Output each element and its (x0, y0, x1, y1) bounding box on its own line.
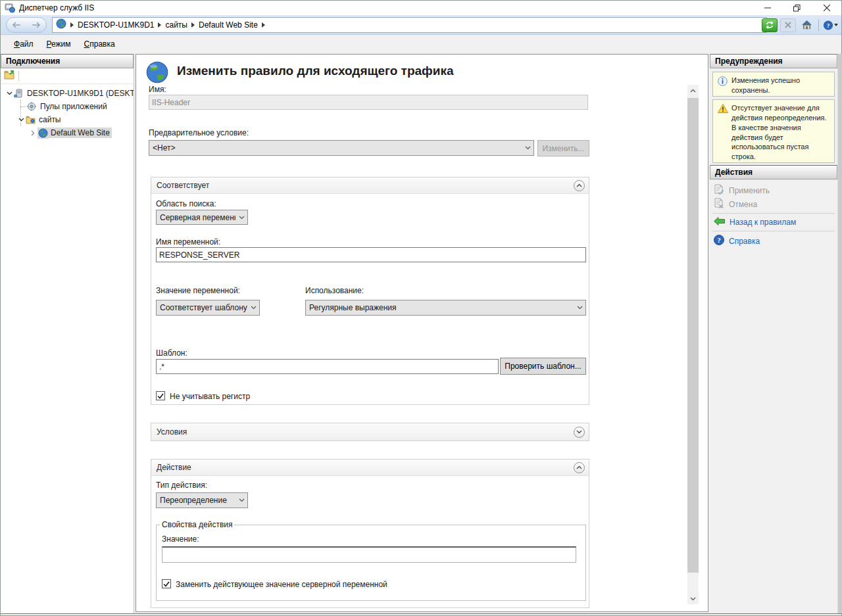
title-bar: Диспетчер служб IIS (1, 1, 841, 15)
scope-select[interactable]: Серверная переменн (156, 210, 248, 225)
collapse-section-icon[interactable] (574, 462, 585, 473)
minimize-button[interactable] (753, 1, 782, 15)
collapse-section-icon[interactable] (574, 180, 585, 191)
close-button[interactable] (812, 1, 841, 15)
tree-item-sites[interactable]: сайты (1, 113, 134, 126)
svg-text:?: ? (717, 237, 720, 244)
replace-value-checkbox[interactable] (162, 579, 171, 588)
menu-file[interactable]: Файл (7, 37, 40, 51)
chevron-down-icon[interactable] (5, 91, 14, 95)
edit-outbound-rule-page: Изменить правило для исходящего трафика … (136, 54, 708, 612)
refresh-button[interactable] (762, 18, 778, 32)
site-globe-icon (37, 128, 49, 139)
restore-button[interactable] (782, 1, 812, 15)
info-alert: Изменения успешно сохранены. (712, 72, 835, 97)
tree-item-label: сайты (37, 114, 63, 125)
warning-icon (718, 104, 728, 116)
chevron-down-icon (235, 216, 247, 220)
alert-text: Изменения успешно сохранены. (731, 76, 800, 94)
using-select[interactable]: Регулярные выражения (305, 300, 586, 316)
connections-panel: Подключения DESKTOP-U1MK9D1 (DESKTOP Пул… (1, 54, 134, 613)
chevron-right-icon[interactable] (28, 130, 37, 136)
variable-value-select[interactable]: Соответствует шаблону (156, 300, 260, 316)
green-arrow-left-icon (714, 217, 725, 227)
back-to-rules-action[interactable]: Назад к правилам (714, 217, 796, 227)
help-action[interactable]: ? Справка (714, 235, 760, 247)
page-globe-icon (145, 60, 169, 84)
ignore-case-checkbox[interactable] (156, 391, 165, 400)
breadcrumb-sites[interactable]: сайты (165, 20, 187, 30)
breadcrumb-default-web-site[interactable]: Default Web Site (199, 20, 258, 30)
using-label: Использование: (305, 286, 364, 295)
breadcrumb-server[interactable]: DESKTOP-U1MK9D1 (78, 20, 154, 30)
alert-text: Отсутствует значение для действия переоп… (731, 104, 827, 160)
name-input[interactable] (149, 95, 588, 110)
breadcrumb-separator-icon (158, 22, 161, 28)
chevron-down-icon (834, 24, 838, 26)
tree-item-app-pools[interactable]: Пулы приложений (1, 100, 134, 113)
help-button[interactable]: ? (823, 18, 839, 32)
back-button[interactable] (12, 19, 21, 31)
breadcrumb-separator-icon (70, 22, 74, 28)
scroll-up-button[interactable] (687, 85, 699, 96)
scrollbar-thumb[interactable] (687, 98, 699, 573)
warning-alert: Отсутствует значение для действия переоп… (712, 99, 835, 163)
replace-value-label: Заменить действующее значение серверной … (176, 580, 387, 589)
precondition-select[interactable]: <Нет> (149, 140, 534, 156)
test-pattern-button[interactable]: Проверить шаблон... (500, 358, 586, 375)
help-circle-icon: ? (714, 235, 724, 247)
conditions-section: Условия (151, 423, 589, 441)
variable-name-label: Имя переменной: (156, 237, 220, 247)
action-type-select[interactable]: Переопределение (156, 492, 248, 508)
document-check-icon (714, 184, 724, 197)
app-icon (5, 3, 15, 13)
tree-item-server[interactable]: DESKTOP-U1MK9D1 (DESKTOP (1, 87, 134, 100)
pattern-input[interactable] (156, 359, 499, 374)
save-connections-icon[interactable] (4, 70, 14, 82)
chevron-down-icon (574, 306, 585, 310)
content-scrollbar[interactable] (687, 85, 699, 604)
document-x-icon (714, 198, 724, 210)
precondition-label: Предварительное условие: (149, 128, 249, 137)
expand-section-icon[interactable] (574, 427, 585, 438)
address-bar: DESKTOP-U1MK9D1 сайты Default Web Site ? (1, 15, 841, 35)
panel-scroll-track[interactable] (837, 54, 842, 613)
forward-button[interactable] (32, 19, 41, 31)
variable-value-label: Значение переменной: (156, 286, 240, 295)
connections-header: Подключения (1, 54, 134, 68)
action-value-input[interactable] (162, 546, 576, 563)
actions-divider (712, 231, 835, 231)
address-actions: ? (762, 18, 839, 32)
name-label: Имя: (149, 85, 166, 94)
home-button[interactable] (799, 18, 814, 32)
svg-text:?: ? (827, 22, 830, 28)
conditions-section-header[interactable]: Условия (151, 423, 589, 440)
action-section-header[interactable]: Действие (151, 460, 589, 476)
chevron-down-icon[interactable] (16, 118, 26, 122)
variable-name-input[interactable] (156, 247, 586, 262)
tree-item-default-web-site[interactable]: Default Web Site (1, 126, 134, 139)
chevron-down-icon (235, 498, 247, 502)
stop-button[interactable] (780, 18, 796, 32)
match-section-header[interactable]: Соответствует (151, 178, 589, 194)
action-properties-group: Свойства действия Значение: Заменить дей… (156, 520, 586, 601)
actions-panel: Предупреждения Изменения успешно сохране… (710, 54, 842, 613)
action-properties-header: Свойства действия (160, 520, 234, 529)
window-title: Диспетчер служб IIS (19, 1, 94, 15)
menu-help[interactable]: Справка (78, 37, 122, 51)
menu-bar: Файл Режим Справка (1, 35, 841, 53)
globe-icon (56, 18, 66, 32)
tree-item-label: DESKTOP-U1MK9D1 (DESKTOP (25, 88, 134, 99)
scroll-down-button[interactable] (687, 593, 699, 604)
edit-precondition-button[interactable]: Изменить... (537, 140, 589, 156)
connections-tree: DESKTOP-U1MK9D1 (DESKTOP Пулы приложений… (1, 87, 134, 139)
apply-action[interactable]: Применить (714, 184, 770, 197)
tree-item-label: Пулы приложений (38, 101, 109, 112)
match-section: Соответствует Область поиска: Серверная … (151, 177, 589, 405)
tree-item-label: Default Web Site (49, 128, 112, 138)
toolbar-divider (818, 19, 819, 31)
server-icon (14, 89, 25, 98)
page-title: Изменить правило для исходящего трафика (177, 64, 453, 78)
menu-view[interactable]: Режим (40, 37, 78, 51)
cancel-action[interactable]: Отмена (714, 198, 757, 210)
